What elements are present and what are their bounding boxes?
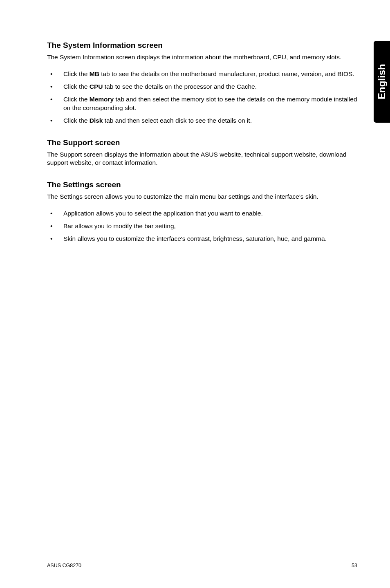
text-pre: Click the <box>63 70 90 77</box>
support-section: The Support screen The Support screen di… <box>47 138 357 168</box>
text-pre: Click the <box>63 96 90 103</box>
list-item: • Click the CPU tab to see the details o… <box>47 83 357 91</box>
text-post: tab to see the details on the motherboar… <box>99 70 354 77</box>
text-post: tab to see the details on the processor … <box>103 83 257 90</box>
text: Application allows you to select the app… <box>63 210 263 217</box>
bullet-icon: • <box>50 95 52 104</box>
sysinfo-heading: The System Information screen <box>47 41 357 50</box>
system-information-section: The System Information screen The System… <box>47 41 357 125</box>
text-post: tab and then select each disk to see the… <box>103 117 252 124</box>
support-heading: The Support screen <box>47 138 357 147</box>
page-content: The System Information screen The System… <box>0 0 390 243</box>
list-item: • Click the Memory tab and then select t… <box>47 95 357 112</box>
support-intro: The Support screen displays the informat… <box>47 150 357 168</box>
text-pre: Click the <box>63 117 90 124</box>
settings-heading: The Settings screen <box>47 180 357 189</box>
bullet-icon: • <box>50 209 52 218</box>
footer-right: 53 <box>352 563 357 568</box>
list-item: • Bar allows you to modify the bar setti… <box>47 222 357 231</box>
list-item: • Application allows you to select the a… <box>47 209 357 218</box>
page-footer: ASUS CG8270 53 <box>47 560 357 568</box>
text: Bar allows you to modify the bar setting… <box>63 222 176 229</box>
bullet-icon: • <box>50 83 52 91</box>
language-tab: English <box>374 41 390 123</box>
text-bold: Disk <box>90 117 103 124</box>
text-bold: MB <box>90 70 99 77</box>
text-bold: CPU <box>90 83 103 90</box>
sysinfo-intro: The System Information screen displays t… <box>47 53 357 62</box>
bullet-icon: • <box>50 222 52 231</box>
bullet-icon: • <box>50 117 52 125</box>
sysinfo-list: • Click the MB tab to see the details on… <box>47 70 357 125</box>
settings-intro: The Settings screen allows you to custom… <box>47 193 357 201</box>
list-item: • Click the Disk tab and then select eac… <box>47 117 357 125</box>
text-pre: Click the <box>63 83 90 90</box>
bullet-icon: • <box>50 235 52 243</box>
footer-left: ASUS CG8270 <box>47 563 81 568</box>
list-item: • Skin allows you to customize the inter… <box>47 235 357 243</box>
settings-list: • Application allows you to select the a… <box>47 209 357 243</box>
text-bold: Memory <box>90 96 114 103</box>
bullet-icon: • <box>50 70 52 79</box>
text: Skin allows you to customize the interfa… <box>63 235 327 242</box>
settings-section: The Settings screen The Settings screen … <box>47 180 357 243</box>
list-item: • Click the MB tab to see the details on… <box>47 70 357 79</box>
